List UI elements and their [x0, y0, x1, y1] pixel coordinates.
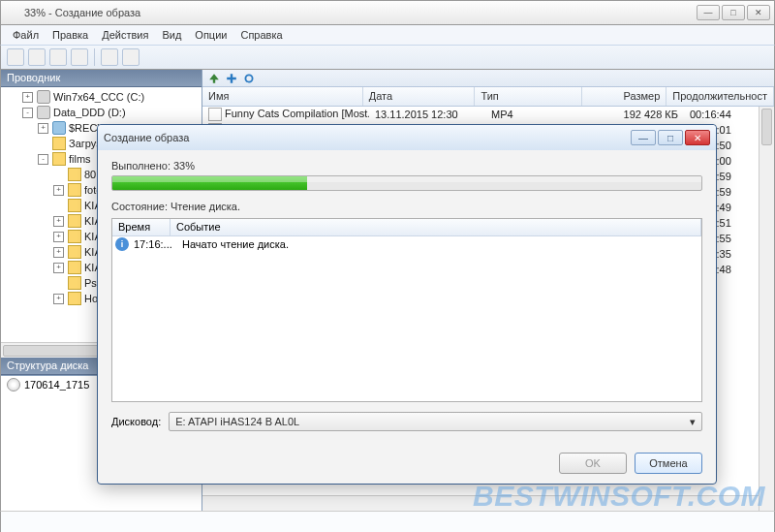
expander-icon[interactable]: - [22, 108, 33, 118]
progress-label: Выполнено: 33% [111, 160, 702, 172]
expander-icon[interactable] [53, 201, 64, 211]
expander-icon[interactable] [38, 139, 48, 149]
file-date: 13.11.2015 12:30 [369, 109, 485, 120]
menu-options[interactable]: Опции [189, 27, 232, 43]
window-controls: — □ ✕ [697, 5, 770, 20]
expander-icon[interactable]: + [22, 92, 33, 103]
progress-shine [112, 176, 701, 182]
col-type[interactable]: Тип [475, 87, 582, 106]
tree-node[interactable]: +Win7x64_CCC (C:) [1, 89, 202, 105]
tree-node[interactable]: -Data_DDD (D:) [1, 105, 202, 120]
folder-icon [52, 137, 66, 150]
tree-label: Data_DDD (D:) [53, 107, 126, 118]
tree-label: Win7x64_CCC (C:) [53, 91, 144, 103]
expander-icon[interactable]: + [38, 123, 48, 134]
expander-icon[interactable]: + [53, 247, 64, 258]
expander-icon[interactable]: - [38, 154, 48, 165]
timeline: 0 Bytes498 MiB996 MiB1.46 GiB1.95 GiB2.4… [0, 511, 775, 532]
dialog-minimize-button[interactable]: — [631, 130, 656, 145]
menu-edit[interactable]: Правка [46, 27, 94, 43]
expander-icon[interactable]: + [53, 185, 64, 196]
toolbar-button[interactable] [7, 48, 24, 66]
dialog-window-controls: — □ ✕ [631, 130, 710, 145]
col-date[interactable]: Дата [363, 87, 476, 106]
app-icon [5, 5, 20, 20]
col-name[interactable]: Имя [202, 87, 363, 106]
maximize-button[interactable]: □ [722, 5, 745, 20]
toolbar [0, 45, 775, 70]
add-icon[interactable] [226, 73, 237, 84]
dialog-title-bar[interactable]: Создание образа — □ ✕ [98, 125, 716, 150]
dialog-close-button[interactable]: ✕ [685, 130, 710, 145]
folder-icon [68, 199, 81, 212]
drive-value: E: ATAPI iHAS124 B AL0L [175, 416, 299, 427]
expander-icon[interactable]: + [53, 294, 64, 304]
col-size[interactable]: Размер [582, 87, 666, 106]
right-toolbar [202, 70, 774, 87]
scrollbar-thumb[interactable] [761, 109, 772, 145]
folder-icon [68, 245, 81, 259]
disc-icon [7, 378, 20, 391]
v-scrollbar[interactable] [759, 107, 774, 511]
folder-icon [68, 168, 81, 181]
rec-icon [52, 121, 66, 135]
state-label: Состояние: Чтение диска. [111, 201, 702, 212]
window-title: 33% - Создание образа [24, 7, 697, 18]
dialog-maximize-button[interactable]: □ [658, 130, 683, 145]
event-list: Время Событие i17:16:...Начато чтение ди… [111, 218, 702, 402]
info-icon: i [115, 237, 129, 251]
drive-icon [37, 106, 50, 119]
menu-view[interactable]: Вид [156, 27, 187, 43]
menu-file[interactable]: Файл [7, 27, 45, 43]
file-type: MP4 [485, 109, 597, 120]
main-title-bar: 33% - Создание образа — □ ✕ [0, 0, 775, 25]
event-text: Начато чтение диска. [176, 238, 701, 250]
folder-icon [52, 152, 66, 166]
scrollbar-thumb[interactable] [3, 345, 109, 357]
watermark: BESTWINSOFT.COM [473, 480, 765, 513]
col-dur[interactable]: Продолжительност [666, 87, 774, 106]
folder-icon [68, 230, 81, 243]
dialog-body: Выполнено: 33% Состояние: Чтение диска. … [98, 150, 716, 441]
tree-label: films [69, 153, 91, 165]
col-event[interactable]: Событие [170, 219, 701, 235]
event-row: i17:16:...Начато чтение диска. [112, 236, 701, 252]
file-size: 192 428 КБ [597, 109, 684, 120]
folder-icon [68, 214, 81, 228]
toolbar-button[interactable] [71, 48, 88, 66]
expander-icon[interactable] [53, 170, 64, 180]
expander-icon[interactable]: + [53, 232, 64, 242]
folder-icon [68, 276, 81, 290]
event-rows: i17:16:...Начато чтение диска. [112, 236, 701, 252]
folder-icon [68, 261, 81, 274]
col-time[interactable]: Время [112, 219, 170, 235]
file-row[interactable]: Funny Cats Compilation [Most...13.11.201… [202, 107, 774, 122]
expander-icon[interactable] [53, 278, 64, 289]
close-button[interactable]: ✕ [747, 5, 770, 20]
drive-icon [37, 90, 50, 104]
cancel-button[interactable]: Отмена [635, 453, 702, 474]
drive-label: Дисковод: [111, 416, 161, 427]
ok-button[interactable]: OK [559, 453, 627, 474]
progress-bar [111, 175, 702, 191]
toolbar-button[interactable] [122, 48, 140, 66]
expander-icon[interactable]: + [53, 263, 64, 273]
drive-combo[interactable]: E: ATAPI iHAS124 B AL0L ▾ [169, 412, 702, 431]
minimize-button[interactable]: — [697, 5, 720, 20]
toolbar-button[interactable] [49, 48, 67, 66]
explorer-header: Проводник [1, 70, 202, 87]
toolbar-button[interactable] [101, 48, 118, 66]
menu-actions[interactable]: Действия [96, 27, 154, 43]
folder-icon [68, 183, 81, 197]
drive-row: Дисковод: E: ATAPI iHAS124 B AL0L ▾ [111, 412, 702, 431]
disc-label: 170614_1715 [24, 379, 89, 391]
menu-bar: Файл Правка Действия Вид Опции Справка [0, 25, 775, 45]
chevron-down-icon: ▾ [690, 416, 696, 428]
expander-icon[interactable]: + [53, 216, 64, 227]
toolbar-button[interactable] [28, 48, 46, 66]
refresh-icon[interactable] [243, 73, 255, 84]
progress-dialog: Создание образа — □ ✕ Выполнено: 33% Сос… [97, 124, 717, 485]
file-name: Funny Cats Compilation [Most... [202, 108, 369, 121]
arrow-up-icon[interactable] [208, 73, 220, 84]
menu-help[interactable]: Справка [234, 27, 288, 43]
